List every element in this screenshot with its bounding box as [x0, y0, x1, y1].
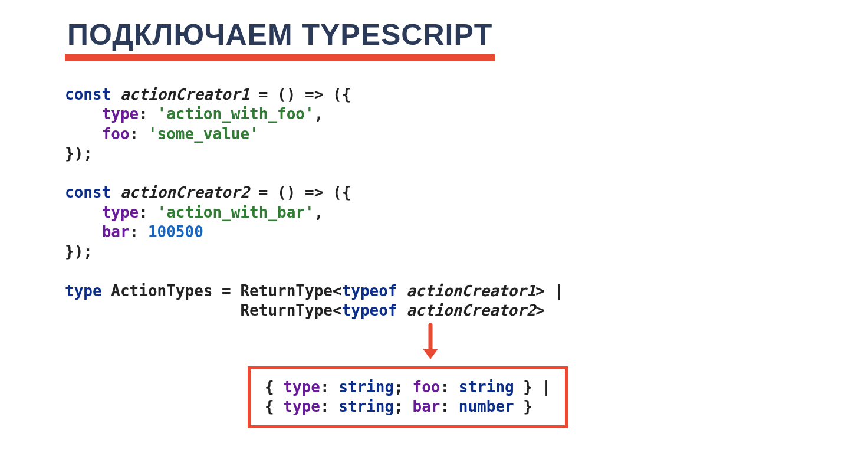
keyword-const: const	[65, 86, 111, 103]
keyword-typeof: typeof	[342, 282, 397, 300]
type-keyword: string	[338, 398, 394, 415]
code-text: });	[65, 145, 93, 162]
string-literal: 'action_with_foo'	[157, 105, 314, 123]
type-keyword: string	[459, 378, 514, 396]
code-text: = () => ({	[249, 183, 351, 201]
property-key: type	[283, 398, 320, 415]
identifier: actionCreator2	[120, 183, 249, 201]
slide: ПОДКЛЮЧАЕМ TYPESCRIPT const actionCreato…	[0, 0, 868, 446]
string-literal: 'some_value'	[148, 125, 259, 143]
svg-marker-1	[423, 349, 438, 359]
code-text: = () => ({	[249, 86, 351, 103]
keyword-type: type	[65, 282, 102, 300]
slide-title: ПОДКЛЮЧАЕМ TYPESCRIPT	[65, 18, 495, 52]
keyword-const: const	[65, 183, 111, 201]
type-name: ActionTypes	[111, 282, 212, 300]
code-block: const actionCreator1 = () => ({ type: 'a…	[65, 85, 803, 320]
keyword-typeof: typeof	[342, 301, 397, 319]
string-literal: 'action_with_bar'	[157, 204, 314, 221]
property-key: bar	[412, 398, 440, 415]
property-key: foo	[102, 125, 130, 143]
identifier: actionCreator1	[406, 282, 535, 300]
arrow-down-icon	[248, 323, 613, 363]
property-key: type	[283, 378, 320, 396]
identifier: actionCreator2	[406, 301, 535, 319]
property-key: type	[102, 204, 139, 221]
property-key: bar	[102, 223, 130, 241]
type-keyword: number	[459, 398, 514, 415]
property-key: type	[102, 105, 139, 123]
heading-underline: ПОДКЛЮЧАЕМ TYPESCRIPT	[65, 18, 495, 61]
property-key: foo	[412, 378, 440, 396]
number-literal: 100500	[148, 223, 203, 241]
type-keyword: string	[338, 378, 394, 396]
identifier: actionCreator1	[120, 86, 249, 103]
result-box: { type: string; foo: string } | { type: …	[248, 366, 568, 428]
code-text: });	[65, 242, 93, 260]
